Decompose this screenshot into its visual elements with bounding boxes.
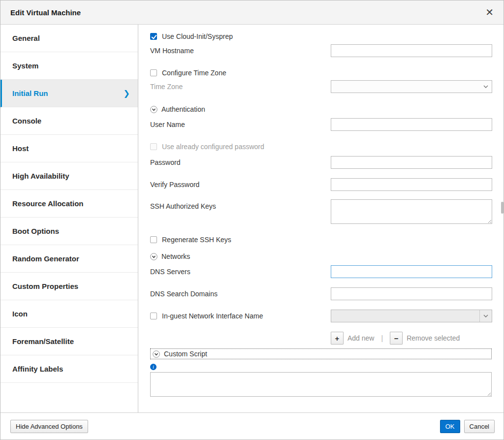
ssh-keys-row: SSH Authorized Keys (150, 199, 492, 224)
in-guest-nic-row: In-guest Network Interface Name (150, 310, 492, 322)
dns-search-domains-input[interactable] (331, 287, 492, 300)
time-zone-label: Time Zone (150, 83, 331, 91)
sidebar-item-affinity-labels[interactable]: Affinity Labels (0, 355, 138, 383)
authentication-section-header: Authentication (150, 105, 492, 113)
configure-time-zone-checkbox[interactable] (150, 69, 157, 76)
sidebar-item-boot-options[interactable]: Boot Options (0, 218, 138, 245)
ssh-keys-label: SSH Authorized Keys (150, 199, 331, 210)
in-guest-nic-checkbox[interactable] (150, 313, 157, 319)
close-icon[interactable]: ✕ (485, 7, 494, 17)
custom-script-wrap (150, 372, 492, 397)
info-icon: i (150, 364, 157, 370)
verify-password-row: Verify Password (150, 178, 492, 191)
minus-icon: − (390, 332, 403, 345)
separator: | (381, 334, 383, 342)
ssh-keys-textarea[interactable] (331, 199, 492, 224)
sidebar-item-random-generator[interactable]: Random Generator (0, 245, 138, 273)
cancel-button[interactable]: Cancel (464, 420, 495, 433)
ok-button[interactable]: OK (440, 420, 460, 433)
sidebar-item-general[interactable]: General (0, 25, 138, 52)
networks-section-header: Networks (150, 252, 492, 260)
remove-selected-button[interactable]: − Remove selected (390, 332, 460, 345)
user-name-label: User Name (150, 121, 331, 128)
dns-search-domains-row: DNS Search Domains (150, 287, 492, 300)
verify-password-label: Verify Password (150, 181, 331, 189)
add-new-button[interactable]: + Add new (331, 332, 374, 345)
regenerate-ssh-keys-label: Regenerate SSH Keys (162, 236, 231, 244)
chevron-down-icon (479, 310, 492, 322)
use-configured-password-label: Use already configured password (162, 143, 264, 151)
sidebar-item-icon[interactable]: Icon (0, 300, 138, 328)
sidebar-item-resource-allocation[interactable]: Resource Allocation (0, 190, 138, 218)
use-cloud-init-row: Use Cloud-Init/Sysprep (150, 31, 492, 41)
scrollbar-thumb[interactable] (501, 202, 504, 214)
sidebar-item-custom-properties[interactable]: Custom Properties (0, 273, 138, 300)
sidebar: General System Initial Run ❯ Console Hos… (0, 25, 138, 412)
collapse-icon[interactable] (150, 253, 158, 260)
use-cloud-init-label: Use Cloud-Init/Sysprep (162, 32, 233, 40)
password-label: Password (150, 158, 331, 166)
password-input[interactable] (331, 156, 492, 169)
dns-search-domains-label: DNS Search Domains (150, 290, 331, 298)
dialog-footer: Hide Advanced Options OK Cancel (0, 412, 504, 440)
use-cloud-init-checkbox[interactable] (150, 33, 157, 40)
password-row: Password (150, 156, 492, 169)
sidebar-item-high-availability[interactable]: High Availability (0, 162, 138, 190)
sidebar-item-console[interactable]: Console (0, 107, 138, 135)
custom-script-info-row: i (150, 363, 492, 370)
use-configured-password-checkbox (150, 143, 157, 150)
collapse-icon (153, 350, 160, 358)
regenerate-ssh-keys-row: Regenerate SSH Keys (150, 235, 492, 245)
initial-run-panel: Use Cloud-Init/Sysprep VM Hostname Confi… (138, 25, 504, 412)
use-configured-password-row: Use already configured password (150, 142, 492, 152)
verify-password-input[interactable] (331, 178, 492, 191)
sidebar-item-host[interactable]: Host (0, 135, 138, 162)
configure-time-zone-label: Configure Time Zone (162, 69, 226, 77)
sidebar-item-foreman-satellite[interactable]: Foreman/Satellite (0, 328, 138, 355)
in-guest-nic-label: In-guest Network Interface Name (162, 312, 263, 320)
sidebar-item-system[interactable]: System (0, 52, 138, 80)
custom-script-section-header: Custom Script (150, 348, 492, 359)
user-name-input[interactable] (331, 118, 492, 131)
vm-hostname-row: VM Hostname (150, 44, 492, 57)
dialog-header: Edit Virtual Machine ✕ (0, 0, 504, 25)
dialog-title: Edit Virtual Machine (10, 8, 81, 17)
dns-servers-label: DNS Servers (150, 268, 331, 276)
plus-icon: + (331, 332, 344, 345)
remove-selected-label: Remove selected (407, 334, 460, 342)
time-zone-row: Time Zone (150, 80, 492, 93)
chevron-down-icon (480, 81, 492, 93)
time-zone-select[interactable] (331, 80, 492, 93)
networks-section-label: Networks (161, 252, 190, 260)
hide-advanced-options-button[interactable]: Hide Advanced Options (10, 420, 88, 433)
user-name-row: User Name (150, 118, 492, 131)
regenerate-ssh-keys-checkbox[interactable] (150, 236, 157, 243)
vm-hostname-label: VM Hostname (150, 47, 331, 55)
configure-time-zone-row: Configure Time Zone (150, 68, 492, 78)
add-new-label: Add new (347, 334, 374, 342)
edit-vm-dialog: Edit Virtual Machine ✕ General System In… (0, 0, 504, 440)
dns-servers-input[interactable] (331, 265, 492, 278)
sidebar-item-initial-run[interactable]: Initial Run ❯ (0, 80, 138, 107)
custom-script-section-label: Custom Script (164, 350, 207, 358)
collapse-icon[interactable] (150, 106, 158, 113)
dns-servers-row: DNS Servers (150, 265, 492, 278)
authentication-section-label: Authentication (161, 105, 205, 113)
custom-script-toggle[interactable]: Custom Script (150, 348, 492, 359)
custom-script-textarea[interactable] (150, 372, 492, 397)
nic-list-actions: + Add new | − Remove selected (331, 332, 492, 345)
in-guest-nic-select (331, 310, 492, 322)
chevron-right-icon: ❯ (124, 89, 130, 98)
dialog-body: General System Initial Run ❯ Console Hos… (0, 25, 504, 412)
vm-hostname-input[interactable] (331, 44, 492, 57)
